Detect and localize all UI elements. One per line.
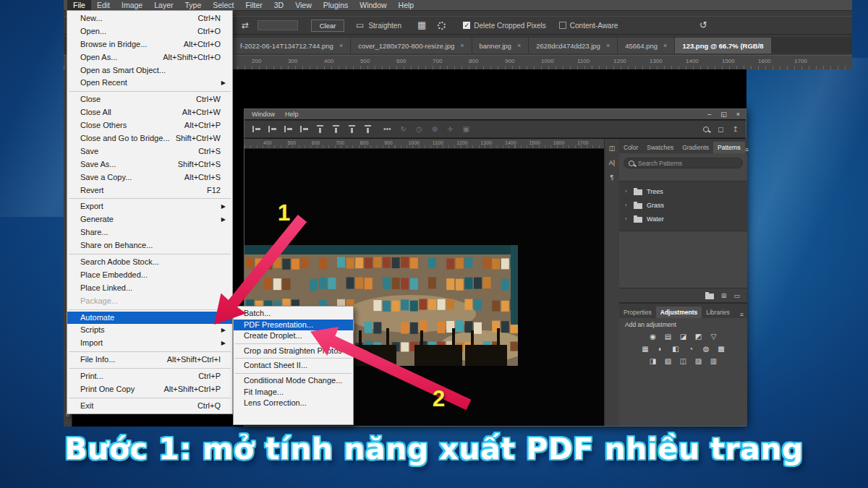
document-tab[interactable]: cover_1280x720-800-resize.jpg× <box>351 38 471 53</box>
panel-tab-patterns[interactable]: Patterns <box>713 142 745 153</box>
straighten-label[interactable]: Straighten <box>368 22 401 30</box>
file-menu-item-close-and-go-to-bridge[interactable]: Close and Go to Bridge...Shift+Ctrl+W <box>67 132 232 145</box>
automate-submenu-item-conditional-mode-change[interactable]: Conditional Mode Change... <box>234 375 353 387</box>
align-middle-icon[interactable] <box>333 125 339 133</box>
selective-color-icon[interactable]: ▨ <box>693 356 705 366</box>
new-pattern-icon[interactable]: ⊞ <box>721 292 727 299</box>
color-lookup-icon[interactable]: ▩ <box>715 343 727 354</box>
panel-tab-adjustments[interactable]: Adjustments <box>656 307 702 318</box>
file-menu-item-place-embedded[interactable]: Place Embedded... <box>67 269 232 282</box>
align-center-h-icon[interactable] <box>268 126 276 132</box>
pattern-group-trees[interactable]: ›Trees <box>619 184 747 198</box>
delete-cropped-checkbox[interactable]: ✓ <box>463 22 470 29</box>
automate-submenu-item-lens-correction[interactable]: Lens Correction... <box>234 398 353 409</box>
panel-icon[interactable]: ◫ <box>609 145 616 152</box>
document-tab[interactable]: f-2022-06-14T134712.744.png× <box>233 38 350 53</box>
automate-submenu-item-fit-image[interactable]: Fit Image... <box>234 387 353 398</box>
document-tab[interactable]: 123.png @ 66.7% (RGB/8 <box>675 38 770 53</box>
distribute-h-icon[interactable] <box>300 126 308 132</box>
align-left-icon[interactable] <box>252 126 260 132</box>
file-menu-item-import[interactable]: Import▶ <box>67 337 232 350</box>
hue-saturation-icon[interactable]: ▦ <box>639 343 651 354</box>
chevron-right-icon[interactable]: › <box>625 215 629 222</box>
gradient-map-icon[interactable]: ▥ <box>708 356 720 366</box>
chevron-right-icon[interactable]: › <box>625 188 629 194</box>
levels-icon[interactable]: ▤ <box>663 331 674 341</box>
more-options-icon[interactable]: ••• <box>383 125 391 133</box>
file-menu-item-save-a-copy[interactable]: Save a Copy...Alt+Ctrl+S <box>67 171 232 184</box>
paragraph-panel-icon[interactable]: ¶ <box>610 174 614 181</box>
file-menu-item-open-as[interactable]: Open As...Alt+Shift+Ctrl+O <box>67 51 232 64</box>
close-icon[interactable]: × <box>460 42 464 49</box>
file-menu-item-close-others[interactable]: Close OthersAlt+Ctrl+P <box>67 119 232 132</box>
menubar-item-help[interactable]: Help <box>393 0 420 11</box>
screen-mode-icon[interactable]: ◻ <box>718 125 723 133</box>
patterns-search-input[interactable] <box>638 160 738 167</box>
align-bottom-icon[interactable] <box>349 125 355 133</box>
panel-tab-color[interactable]: Color <box>619 142 642 153</box>
file-menu-item-close-all[interactable]: Close AllAlt+Ctrl+W <box>67 106 232 119</box>
file-menu-item-search-adobe-stock[interactable]: Search Adobe Stock... <box>67 256 232 269</box>
pattern-group-water[interactable]: ›Water <box>619 212 747 226</box>
close-icon[interactable]: × <box>606 42 610 49</box>
file-menu-item-file-info[interactable]: File Info...Alt+Shift+Ctrl+I <box>67 354 232 367</box>
close-icon[interactable]: × <box>663 42 667 49</box>
gear-icon[interactable] <box>438 22 446 30</box>
menubar-item-plugins[interactable]: Plugins <box>318 0 354 11</box>
align-right-icon[interactable] <box>284 126 292 132</box>
straighten-icon[interactable]: ▭ <box>356 21 364 30</box>
file-menu-item-share[interactable]: Share... <box>67 226 232 239</box>
rotate-icon[interactable]: ↻ <box>401 125 407 133</box>
pattern-group-grass[interactable]: ›Grass <box>619 198 747 212</box>
delete-icon[interactable]: ▭ <box>733 292 740 299</box>
file-menu-item-exit[interactable]: ExitCtrl+Q <box>67 400 232 413</box>
automate-submenu-item-create-droplet[interactable]: Create Droplet... <box>234 330 353 342</box>
document-tab[interactable]: 45664.png× <box>618 38 674 53</box>
content-aware-label[interactable]: Content-Aware <box>570 22 618 30</box>
automate-submenu-item-batch[interactable]: Batch... <box>234 308 353 320</box>
inner-menubar-item-window[interactable]: Window <box>252 111 275 118</box>
file-menu-item-open[interactable]: Open...Ctrl+O <box>67 25 232 38</box>
panel-menu-icon[interactable]: ≡ <box>740 311 744 318</box>
file-menu-item-open-as-smart-object[interactable]: Open as Smart Object... <box>67 64 232 77</box>
menubar-item-image[interactable]: Image <box>116 0 148 11</box>
close-icon[interactable]: × <box>339 42 343 49</box>
chevron-right-icon[interactable]: › <box>625 202 629 208</box>
file-menu-item-print-one-copy[interactable]: Print One CopyAlt+Shift+Ctrl+P <box>67 383 232 396</box>
menubar-item-3d[interactable]: 3D <box>268 0 289 11</box>
inner-menubar-item-help[interactable]: Help <box>285 111 299 118</box>
character-panel-icon[interactable]: A| <box>609 159 615 166</box>
file-menu-item-open-recent[interactable]: Open Recent▶ <box>67 77 232 90</box>
align-top-icon[interactable] <box>317 125 323 133</box>
color-balance-icon[interactable]: ◐ <box>655 343 666 354</box>
file-menu-item-print[interactable]: Print...Ctrl+P <box>67 370 232 383</box>
menubar-item-file[interactable]: File <box>67 0 91 11</box>
angle-input[interactable] <box>258 20 298 30</box>
file-menu-item-new[interactable]: New...Ctrl+N <box>67 12 232 25</box>
brightness-contrast-icon[interactable]: ◉ <box>647 331 659 341</box>
document-tab[interactable]: 2628dcd474dd23.jpg× <box>529 38 617 53</box>
folder-icon[interactable] <box>705 294 714 299</box>
inner-window-titlebar[interactable]: WindowHelp –◱× <box>244 109 746 119</box>
menubar-item-layer[interactable]: Layer <box>148 0 179 11</box>
document-tab[interactable]: banner.jpg× <box>472 38 529 53</box>
black-white-icon[interactable]: ◧ <box>670 343 681 354</box>
search-icon[interactable] <box>703 127 709 132</box>
file-menu-item-revert[interactable]: RevertF12 <box>67 184 232 197</box>
camera-icon[interactable]: ▣ <box>462 125 469 133</box>
patterns-search-box[interactable] <box>624 158 743 168</box>
delete-cropped-label[interactable]: Delete Cropped Pixels <box>474 22 546 30</box>
curves-icon[interactable]: ◪ <box>678 331 689 341</box>
exposure-icon[interactable]: ◩ <box>693 331 705 341</box>
panel-menu-icon[interactable]: ≡ <box>745 146 749 153</box>
clock-icon[interactable]: ◷ <box>416 125 422 133</box>
file-menu-item-save[interactable]: SaveCtrl+S <box>67 145 232 158</box>
move-icon[interactable]: ✛ <box>447 125 453 133</box>
file-menu-item-package[interactable]: Package... <box>67 295 232 308</box>
file-menu-item-share-on-behance[interactable]: Share on Behance... <box>67 239 232 252</box>
file-menu-item-browse-in-bridge[interactable]: Browse in Bridge...Alt+Ctrl+O <box>67 38 232 51</box>
menubar-item-filter[interactable]: Filter <box>239 0 268 11</box>
clear-button[interactable]: Clear <box>311 20 344 32</box>
menubar-item-select[interactable]: Select <box>207 0 239 11</box>
vibrance-icon[interactable]: ▽ <box>708 331 720 341</box>
